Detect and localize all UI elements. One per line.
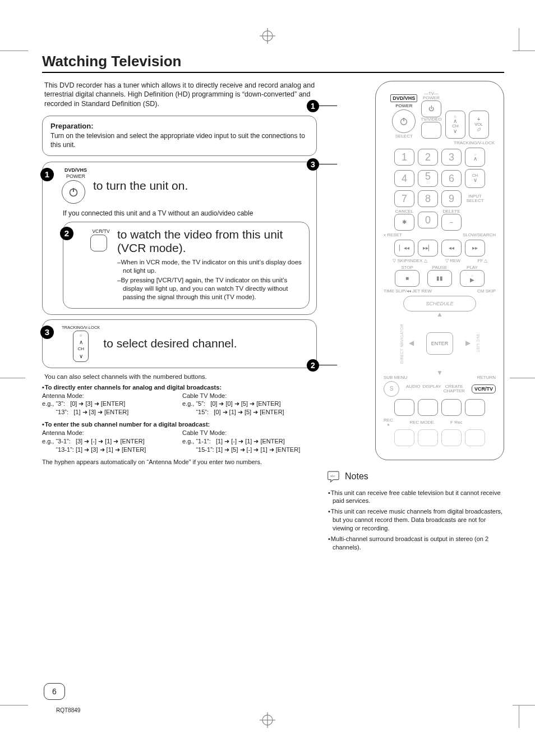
remote-num-8: 8 <box>418 190 438 207</box>
step-2-text-line1: to watch the video from this unit <box>117 228 302 241</box>
remote-slow-label: SLOW/SEARCH <box>463 233 496 237</box>
remote-num-3: 3 <box>441 149 462 166</box>
remote-tv-power-button: ⏻ <box>421 100 441 117</box>
remote-recmode-label: REC MODE <box>409 420 433 425</box>
step-2-panel: 2 VCR/TV to watch the video from this un… <box>63 222 310 309</box>
remote-cmskip-label: CM SKIP <box>477 289 496 294</box>
note-2: This unit can receive music channels fro… <box>328 507 504 533</box>
crop-mark <box>513 705 535 705</box>
remote-ch-rocker: ○∧ CH ∨ <box>445 111 465 139</box>
callout-3: 3 <box>307 158 337 171</box>
remote-bottom-4 <box>465 429 485 446</box>
remote-pause-button: ▮▮ <box>427 270 452 287</box>
remote-ff-label: FF △ <box>469 259 496 263</box>
crop-mark <box>519 705 519 728</box>
remote-aux-3 <box>441 399 462 416</box>
remote-audio-label: AUDIO <box>406 384 420 389</box>
cable-example-2: “15”: [0] ➜ [1] ➜ [5] ➜ [ENTER] <box>182 408 317 416</box>
remote-vcrtv-button: VCR/TV <box>472 384 496 393</box>
remote-submenu-label: SUB MENU <box>384 375 407 380</box>
crop-mark <box>510 378 535 378</box>
remote-bottom-3 <box>441 429 462 446</box>
preparation-body: Turn on the television and select the ap… <box>50 131 308 149</box>
remote-play-button: ○▶ <box>460 270 485 287</box>
antenna-sub-example-2: “13-1”: [1] ➜ [3] ➜ [1] ➜ [ENTER] <box>42 446 177 454</box>
cable-mode-title-2: Cable TV Mode: <box>182 429 317 437</box>
remote-display-label: DISPLAY <box>422 384 441 389</box>
remote-nav-cross: DIRECT NAVIGATOR SVC LIST ▲ ◀ ENTER ▶ ▼ <box>398 313 482 374</box>
remote-num-0: 0 <box>418 212 438 228</box>
remote-submenu-button: S <box>384 381 399 397</box>
remote-rew-label: ▽ REW <box>440 259 466 263</box>
svg-text:abc: abc <box>330 474 335 477</box>
remote-tracking-label: TRACKING/V-LOCK <box>384 141 495 145</box>
remote-input-select-label: INPUT SELECT <box>465 194 485 203</box>
doc-code: RQT8849 <box>56 707 80 713</box>
cable-note: If you connected this unit and a TV with… <box>63 209 310 217</box>
hyphen-note: The hyphen appears automatically on “Ant… <box>42 459 317 465</box>
footer-rule <box>56 704 501 704</box>
ch-label: CH <box>77 347 84 351</box>
remote-schedule-pill: SCHEDULE <box>403 296 476 311</box>
remote-stop-button: ■ <box>395 270 419 287</box>
remote-pause-label: PAUSE <box>427 265 452 270</box>
cable-example-1: e.g., “5”: [0] ➜ [0] ➜ [5] ➜ [ENTER] <box>182 400 317 408</box>
channel-entry-intro: You can also select channels with the nu… <box>42 373 317 382</box>
remote-skip-back-button: ▏◂◂ <box>394 240 414 256</box>
power-label-power: POWER <box>66 174 85 179</box>
remote-dvdvhs-label: DVD/VHS <box>390 94 417 102</box>
vcrtv-button-icon <box>90 235 107 251</box>
remote-enter-button: ENTER <box>426 332 453 355</box>
cable-mode-title: Cable TV Mode: <box>182 392 317 400</box>
step-2-badge: 2 <box>60 227 73 240</box>
preparation-panel: Preparation: Turn on the television and … <box>42 116 317 155</box>
registration-mark-top <box>260 28 275 44</box>
power-label-dvdvhs: DVD/VHS <box>64 168 87 173</box>
step-3-panel: 3 TRACKING/V-LOCK ○ ∧ CH ∨ to select des… <box>42 319 317 369</box>
remote-play-label: PLAY <box>460 265 485 270</box>
remote-illustration: DVD/VHS POWER SELECT —TV— POWER ⏻ TV/VID… <box>375 81 504 460</box>
step-2-sub2: –By pressing [VCR/TV] again, the TV indi… <box>117 276 302 301</box>
remote-skipindex-label: ▽ SKIP/INDEX △ <box>384 259 436 263</box>
remote-cancel-label: CANCEL <box>395 209 413 214</box>
step-3-badge: 3 <box>40 326 54 339</box>
remote-vol-rocker: + VOL ▱ <box>469 111 489 139</box>
crop-mark <box>0 51 28 51</box>
remote-delete-label: DELETE <box>442 209 460 214</box>
remote-select-label: SELECT <box>395 134 413 139</box>
remote-svc-list-label: SVC LIST <box>473 320 483 366</box>
note-1: This unit can receive free cable televis… <box>328 489 504 506</box>
antenna-sub-example-1: e.g., “3-1”: [3] ➜ [-] ➜ [1] ➜ [ENTER] <box>42 437 177 446</box>
registration-mark-bottom <box>260 712 275 728</box>
remote-num-4: 4 <box>394 170 414 187</box>
callout-1: 1 <box>307 100 337 112</box>
remote-power-label: POWER <box>395 103 412 108</box>
remote-rew-button: ◂◂ <box>441 240 462 256</box>
channel-rocker-icon: ○ ∧ CH ∨ <box>73 331 89 362</box>
remote-tvvideo-button <box>421 122 441 139</box>
remote-direct-navigator-label: DIRECT NAVIGATOR <box>396 320 407 366</box>
remote-num-7: 7 <box>394 190 414 207</box>
remote-skip-fwd-button: ▸▸▏ <box>418 240 438 256</box>
antenna-example-1: e.g., “3”: [0] ➜ [3] ➜ [ENTER] <box>42 400 177 408</box>
remote-bottom-1 <box>394 429 414 446</box>
step-2-text-line2: (VCR mode). <box>117 241 302 255</box>
remote-return-label: RETURN <box>477 375 496 380</box>
preparation-heading: Preparation: <box>50 122 308 130</box>
antenna-example-2: “13”: [1] ➜ [3] ➜ [ENTER] <box>42 408 177 416</box>
remote-power-button <box>392 109 416 133</box>
cable-sub-example-2: “15-1”: [1] ➜ [5] ➜ [-] ➜ [1] ➜ [ENTER] <box>182 446 317 454</box>
tracking-label: TRACKING/V-LOCK <box>62 326 100 330</box>
remote-aux-4 <box>465 399 485 416</box>
step-1-panel: 1 DVD/VHS POWER to turn the unit on. If … <box>42 162 317 315</box>
antenna-mode-title: Antenna Mode: <box>42 392 177 400</box>
remote-ch-rocker-2: ○∧ <box>465 148 485 167</box>
remote-tv-power-label: POWER <box>423 96 440 100</box>
remote-ff-button: ▸▸ <box>465 240 485 256</box>
intro-text: This DVD recorder has a tuner which allo… <box>42 81 317 109</box>
remote-reset-label: x RESET <box>384 233 402 237</box>
step-1-text: to turn the unit on. <box>93 179 188 193</box>
power-button-icon <box>62 180 85 204</box>
remote-timeslip-label: TIME SLIP/◂◂ JET REW <box>384 289 432 294</box>
remote-ch-rocker-2b: CH∨ <box>465 169 485 188</box>
